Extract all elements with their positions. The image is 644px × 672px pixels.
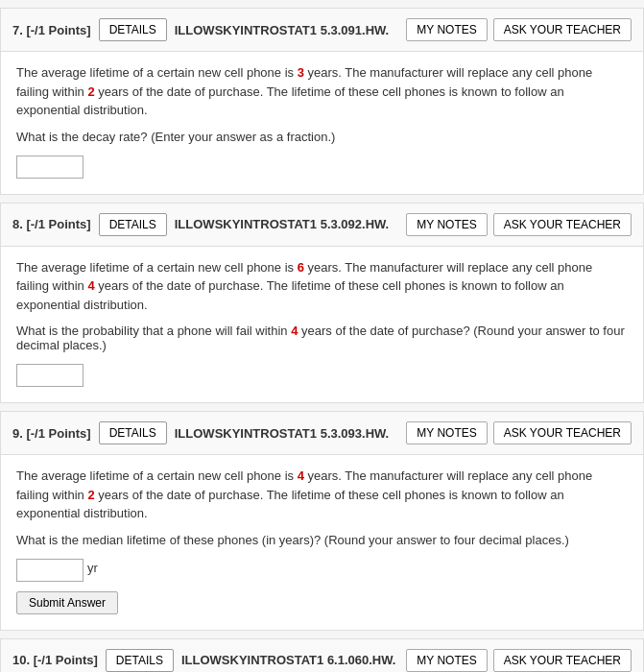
ask-teacher-button[interactable]: ASK YOUR TEACHER (493, 649, 632, 672)
details-button[interactable]: DETAILS (99, 18, 167, 41)
question-block-10: 10. [-/1 Points]DETAILSILLOWSKYINTROSTAT… (0, 638, 644, 673)
details-button[interactable]: DETAILS (99, 421, 167, 444)
highlight-value: 2 (87, 84, 94, 99)
question-reference: ILLOWSKYINTROSTAT1 5.3.093.HW. (175, 426, 389, 441)
question-main-text: The average lifetime of a certain new ce… (16, 258, 628, 315)
highlight-value: 4 (298, 468, 304, 483)
ask-teacher-button[interactable]: ASK YOUR TEACHER (493, 18, 632, 41)
question-reference: ILLOWSKYINTROSTAT1 6.1.060.HW. (181, 653, 395, 667)
question-main-text: The average lifetime of a certain new ce… (16, 63, 628, 120)
question-block-7: 7. [-/1 Points]DETAILSILLOWSKYINTROSTAT1… (0, 8, 644, 195)
answer-input-row: yr (16, 555, 628, 582)
answer-input[interactable] (16, 364, 83, 387)
details-button[interactable]: DETAILS (99, 213, 167, 236)
highlight-value: 3 (298, 65, 304, 80)
question-block-9: 9. [-/1 Points]DETAILSILLOWSKYINTROSTAT1… (0, 411, 644, 631)
question-number: 7. [-/1 Points] (12, 23, 91, 37)
my-notes-button[interactable]: MY NOTES (406, 213, 487, 236)
question-body-q8: The average lifetime of a certain new ce… (1, 247, 643, 403)
question-block-8: 8. [-/1 Points]DETAILSILLOWSKYINTROSTAT1… (0, 203, 644, 404)
question-reference: ILLOWSKYINTROSTAT1 5.3.091.HW. (175, 23, 389, 37)
question-body-q7: The average lifetime of a certain new ce… (1, 52, 643, 194)
details-button[interactable]: DETAILS (106, 649, 174, 672)
answer-input-row (16, 360, 628, 387)
my-notes-button[interactable]: MY NOTES (406, 649, 487, 672)
question-header-q9: 9. [-/1 Points]DETAILSILLOWSKYINTROSTAT1… (1, 412, 643, 455)
answer-input[interactable] (16, 559, 83, 582)
question-header-q8: 8. [-/1 Points]DETAILSILLOWSKYINTROSTAT1… (1, 204, 643, 247)
my-notes-button[interactable]: MY NOTES (406, 18, 487, 41)
unit-label: yr (87, 561, 98, 575)
question-body-q9: The average lifetime of a certain new ce… (1, 455, 643, 630)
highlight-value: 2 (87, 488, 94, 502)
submit-answer-button[interactable]: Submit Answer (16, 591, 118, 614)
highlight-value: 6 (298, 260, 304, 275)
highlight-value: 4 (87, 278, 94, 293)
ask-teacher-button[interactable]: ASK YOUR TEACHER (493, 421, 632, 444)
ask-teacher-button[interactable]: ASK YOUR TEACHER (493, 213, 632, 236)
header-right-buttons: MY NOTESASK YOUR TEACHER (406, 213, 632, 236)
question-header-q7: 7. [-/1 Points]DETAILSILLOWSKYINTROSTAT1… (1, 9, 643, 52)
my-notes-button[interactable]: MY NOTES (406, 421, 487, 444)
highlight-value: 4 (291, 324, 298, 338)
header-right-buttons: MY NOTESASK YOUR TEACHER (406, 18, 632, 41)
question-number: 8. [-/1 Points] (12, 217, 91, 231)
question-main-text: The average lifetime of a certain new ce… (16, 467, 628, 523)
sub-question-text: What is the probability that a phone wil… (16, 324, 628, 352)
question-number: 10. [-/1 Points] (12, 653, 98, 667)
question-number: 9. [-/1 Points] (12, 426, 91, 441)
sub-question-text: What is the median lifetime of these pho… (16, 533, 628, 547)
answer-input[interactable] (16, 156, 83, 179)
sub-question-text: What is the decay rate? (Enter your answ… (16, 130, 628, 144)
header-right-buttons: MY NOTESASK YOUR TEACHER (406, 421, 632, 444)
question-reference: ILLOWSKYINTROSTAT1 5.3.092.HW. (175, 217, 389, 231)
question-header-q10: 10. [-/1 Points]DETAILSILLOWSKYINTROSTAT… (1, 639, 643, 673)
header-right-buttons: MY NOTESASK YOUR TEACHER (406, 649, 632, 672)
answer-input-row (16, 152, 628, 179)
